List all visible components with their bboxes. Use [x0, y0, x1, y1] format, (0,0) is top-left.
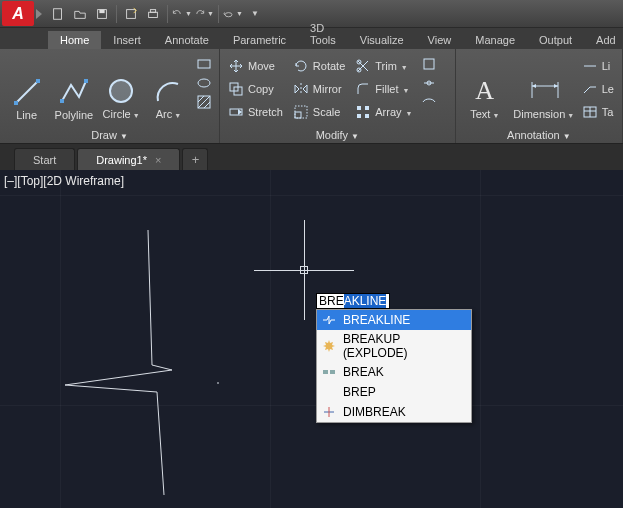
suggestion-label: BREP — [343, 385, 376, 399]
doctab-start-label: Start — [33, 154, 56, 166]
scale-button[interactable]: Scale — [291, 101, 347, 123]
command-autocomplete-list: BREAKLINE BREAKUP (EXPLODE) BREAK BREP D… — [316, 309, 472, 423]
rotate-label: Rotate — [313, 60, 345, 72]
dimbreak-icon — [321, 404, 337, 420]
circle-button[interactable]: Circle▼ — [101, 51, 142, 121]
polyline-button[interactable]: Polyline — [53, 51, 94, 121]
command-input[interactable]: BREAKLINE — [316, 293, 390, 309]
doctab-start[interactable]: Start — [14, 148, 75, 170]
doctab-drawing1[interactable]: Drawing1*× — [77, 148, 180, 170]
blank-icon — [321, 384, 337, 400]
dimension-button[interactable]: Dimension▼ — [514, 51, 574, 121]
break-icon — [321, 364, 337, 380]
tab-annotate[interactable]: Annotate — [153, 31, 221, 49]
suggestion-dimbreak[interactable]: DIMBREAK — [317, 402, 471, 422]
fillet-button[interactable]: Fillet ▼ — [353, 78, 414, 100]
breakline-icon — [321, 312, 337, 328]
line-icon — [11, 76, 43, 108]
table-button[interactable]: Ta — [580, 101, 616, 123]
svg-rect-4 — [149, 12, 158, 17]
tab-addins[interactable]: Add — [584, 31, 623, 49]
svg-rect-22 — [295, 112, 301, 118]
svg-rect-29 — [365, 114, 369, 118]
suggestion-label: DIMBREAK — [343, 405, 406, 419]
mirror-button[interactable]: Mirror — [291, 78, 347, 100]
suggestion-break[interactable]: BREAK — [317, 362, 471, 382]
modify-misc2-icon[interactable] — [420, 74, 438, 92]
array-label: Array ▼ — [375, 106, 412, 118]
tab-view[interactable]: View — [416, 31, 464, 49]
trim-icon — [355, 58, 371, 74]
array-button[interactable]: Array ▼ — [353, 101, 414, 123]
dimension-icon — [528, 75, 560, 107]
svg-rect-0 — [54, 8, 62, 19]
rotate-button[interactable]: Rotate — [291, 55, 347, 77]
tab-manage[interactable]: Manage — [463, 31, 527, 49]
modify-misc1-icon[interactable] — [420, 55, 438, 73]
dimension-label: Dimension▼ — [513, 109, 574, 121]
save-icon[interactable] — [92, 4, 112, 24]
modify-misc3-icon[interactable] — [420, 93, 438, 111]
table-label: Ta — [602, 106, 614, 118]
leader-icon — [582, 81, 598, 97]
saveas-icon[interactable] — [121, 4, 141, 24]
stretch-icon — [228, 104, 244, 120]
svg-line-18 — [204, 102, 210, 108]
svg-line-17 — [198, 96, 210, 108]
move-icon — [228, 58, 244, 74]
panel-draw-title[interactable]: Draw▼ — [6, 127, 213, 143]
app-menu-button[interactable]: A — [2, 1, 34, 26]
suggestion-breakline[interactable]: BREAKLINE — [317, 310, 471, 330]
array-icon — [355, 104, 371, 120]
line-button[interactable]: Line — [6, 51, 47, 121]
stretch-button[interactable]: Stretch — [226, 101, 285, 123]
open-icon[interactable] — [70, 4, 90, 24]
stretch-label: Stretch — [248, 106, 283, 118]
linear-label: Li — [602, 60, 611, 72]
move-button[interactable]: Move — [226, 55, 285, 77]
polyline-icon — [58, 76, 90, 108]
tab-output[interactable]: Output — [527, 31, 584, 49]
copy-button[interactable]: Copy — [226, 78, 285, 100]
tab-home[interactable]: Home — [48, 31, 101, 49]
copy-icon — [228, 81, 244, 97]
tab-visualize[interactable]: Visualize — [348, 31, 416, 49]
svg-rect-28 — [357, 114, 361, 118]
new-icon[interactable] — [48, 4, 68, 24]
suggestion-breakup[interactable]: BREAKUP (EXPLODE) — [317, 330, 471, 362]
close-icon[interactable]: × — [155, 154, 161, 166]
svg-rect-40 — [330, 370, 335, 374]
redo-button[interactable]: ▼ — [194, 4, 214, 24]
text-button[interactable]: A Text▼ — [462, 51, 508, 121]
svg-rect-26 — [357, 106, 361, 110]
circle-label: Circle▼ — [103, 109, 140, 121]
move-label: Move — [248, 60, 275, 72]
leader-button[interactable]: Le — [580, 78, 616, 100]
rotate-icon — [293, 58, 309, 74]
linear-button[interactable]: Li — [580, 55, 616, 77]
teapot-icon[interactable]: ▼ — [223, 4, 243, 24]
explode-icon — [321, 338, 337, 354]
svg-line-16 — [198, 96, 204, 102]
doctab-drawing1-label: Drawing1* — [96, 154, 147, 166]
plot-icon[interactable] — [143, 4, 163, 24]
hatch-icon[interactable] — [195, 93, 213, 111]
ellipse-icon[interactable] — [195, 74, 213, 92]
tab-insert[interactable]: Insert — [101, 31, 153, 49]
tab-3d-tools[interactable]: 3D Tools — [298, 19, 348, 49]
undo-button[interactable]: ▼ — [172, 4, 192, 24]
suggestion-brep[interactable]: BREP — [317, 382, 471, 402]
arc-button[interactable]: Arc▼ — [148, 51, 189, 121]
doctab-add-button[interactable]: + — [182, 148, 208, 170]
trim-button[interactable]: Trim ▼ — [353, 55, 414, 77]
svg-rect-9 — [36, 79, 40, 83]
panel-draw: Line Polyline Circle▼ Arc▼ Draw▼ — [0, 49, 220, 143]
model-space-canvas[interactable]: [–][Top][2D Wireframe] BREAKLINE BREAKLI… — [0, 170, 623, 508]
fillet-icon — [355, 81, 371, 97]
svg-rect-3 — [127, 9, 136, 18]
panel-modify-title[interactable]: Modify▼ — [226, 127, 449, 143]
rectangle-icon[interactable] — [195, 55, 213, 73]
panel-annotation-title[interactable]: Annotation▼ — [462, 127, 616, 143]
qat-customize-button[interactable]: ▼ — [245, 4, 265, 24]
tab-parametric[interactable]: Parametric — [221, 31, 298, 49]
